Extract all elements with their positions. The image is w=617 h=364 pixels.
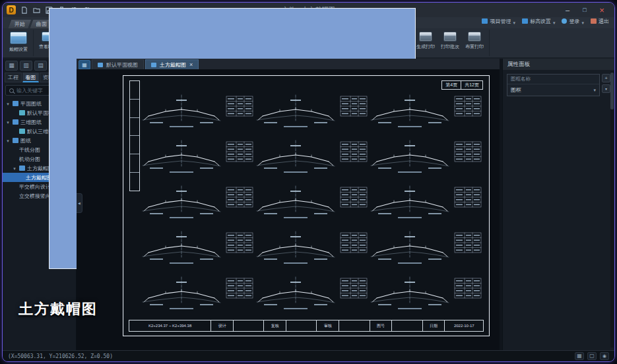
menu-right-item[interactable]: 项目管理 xyxy=(482,15,515,27)
document-tab[interactable]: 土方戴帽图 xyxy=(145,59,199,69)
ribbon-button[interactable]: 打印批次 xyxy=(440,32,460,50)
close-button[interactable] xyxy=(593,4,610,16)
status-target-icon[interactable] xyxy=(600,352,609,360)
sheet-edge-titleblock xyxy=(129,80,140,191)
ribbon-button[interactable]: 生成打印 xyxy=(416,32,436,50)
document-tab-bar: 默认平面视图土方戴帽图 xyxy=(77,59,500,70)
tree-caret-icon xyxy=(5,101,11,107)
printer-icon xyxy=(419,32,432,42)
ribbon-button-label: 布置打印 xyxy=(465,44,484,50)
file-icon xyxy=(151,63,156,67)
tree-item-label: 平面图纸 xyxy=(20,100,42,107)
ribbon-button-label: 生成打印 xyxy=(416,44,435,50)
ribbon-group: 戴帽设置 xyxy=(4,30,34,56)
app-logo-icon: D xyxy=(7,5,16,15)
exit-icon xyxy=(591,18,597,24)
menu-tab-label: 曲面 xyxy=(36,20,47,28)
tree-item-label: 平交横向设计 xyxy=(19,183,51,191)
sidebar-tab-工程[interactable]: 工程 xyxy=(5,73,22,82)
frame-select[interactable]: 图框 xyxy=(507,84,599,96)
frame-options-button[interactable] xyxy=(602,84,610,93)
menu-right-label: 登录 xyxy=(569,18,579,25)
sidebar-tab-看图[interactable]: 看图 xyxy=(22,73,40,82)
ribbon-button[interactable]: 戴帽设置 xyxy=(9,32,28,53)
folder-icon xyxy=(13,101,18,106)
drawing-canvas[interactable]: 第4页 共12页 xyxy=(77,70,500,350)
caption-overlay: 土方戴帽图 xyxy=(18,299,98,319)
printer-icon xyxy=(468,32,481,42)
tree-item[interactable]: 立交横接竖向图 xyxy=(3,191,76,200)
display-icon xyxy=(522,18,528,24)
folder-icon xyxy=(13,119,18,125)
status-grid-icon[interactable] xyxy=(575,352,584,360)
close-tab-icon[interactable] xyxy=(189,61,193,68)
menu-right-item[interactable]: 退出 xyxy=(591,18,609,25)
panel-rows-icon[interactable] xyxy=(34,61,47,71)
menu-tab-label: 开始 xyxy=(15,20,25,28)
titleblock-cell xyxy=(233,320,263,331)
minimize-button[interactable] xyxy=(559,4,576,16)
titleblock-cell: 图号 xyxy=(370,320,392,331)
new-file-icon[interactable] xyxy=(19,5,28,15)
status-bar: (X=50063.31, Y=210626.52, Z=0.50) xyxy=(3,350,614,361)
chevron-down-icon xyxy=(553,15,556,27)
tree-item-label: 土方戴帽图 xyxy=(26,174,52,181)
page-number-box: 第4页 共12页 xyxy=(441,80,483,90)
titleblock-cell: 复核 xyxy=(263,320,286,331)
ribbon-button-label: 戴帽设置 xyxy=(9,46,28,53)
folder-icon xyxy=(13,138,18,143)
maximize-button[interactable] xyxy=(576,4,593,16)
tree-item-label: 机动分图 xyxy=(19,156,40,163)
tree-caret-icon xyxy=(5,119,11,125)
frame-select-value: 图框 xyxy=(511,86,521,94)
panel-columns-icon[interactable] xyxy=(20,61,32,71)
user-icon xyxy=(562,18,567,24)
chevron-down-icon xyxy=(513,15,515,27)
tree-item-label: 干线分图 xyxy=(19,146,40,154)
sidebar-collapse-handle[interactable] xyxy=(77,193,82,213)
menu-right-item[interactable]: 标高设置 xyxy=(522,15,556,27)
titleblock-cell xyxy=(339,320,369,331)
titleblock-cell: 日期 xyxy=(422,320,445,331)
document-tab-label: 默认平面视图 xyxy=(106,61,138,69)
menu-tab[interactable]: 开始 xyxy=(7,19,32,28)
tree-caret-icon xyxy=(5,138,11,144)
project-icon xyxy=(482,18,488,24)
cross-sections-grid xyxy=(142,93,482,317)
properties-panel-header: 属性面板 xyxy=(503,59,614,70)
panel-grid-icon[interactable] xyxy=(5,61,18,71)
main-area: 默认平面视图土方戴帽图 第4页 共12页 xyxy=(77,59,500,350)
document-tab-label: 土方戴帽图 xyxy=(160,61,186,69)
titleblock-cell: 2022-10-17 xyxy=(444,320,483,331)
status-layout-icon[interactable] xyxy=(587,352,597,360)
file-icon xyxy=(98,63,103,67)
titleblock-cell: K2+234.37 ~ K2+394.38 xyxy=(129,320,211,331)
titleblock-cell xyxy=(286,320,316,331)
open-folder-icon[interactable] xyxy=(32,5,41,15)
drawing-sheet: 第4页 共12页 xyxy=(123,75,490,336)
ribbon-button-label: 打印批次 xyxy=(441,44,459,50)
menu-right-label: 标高设置 xyxy=(530,18,551,25)
chevron-down-icon xyxy=(581,15,584,27)
tree-item-label: 三维图纸 xyxy=(20,119,42,126)
document-tab[interactable]: 默认平面视图 xyxy=(92,59,144,69)
page-number: 第4页 xyxy=(442,81,461,89)
folder-icon xyxy=(19,166,25,171)
menu-right-item[interactable]: 登录 xyxy=(562,15,584,27)
titleblock-cell: 设计 xyxy=(211,320,233,331)
add-frame-button[interactable] xyxy=(602,74,610,82)
chevron-down-icon xyxy=(593,87,596,93)
menu-right-label: 项目管理 xyxy=(490,18,511,25)
frame-name-label: 图框名称 xyxy=(507,75,599,84)
tree-caret-icon xyxy=(12,166,17,171)
app-window: D 文件：土方戴帽图 开始曲面场地部件装配廊道设计地形横断面平面空间汇总测量报表… xyxy=(2,2,615,362)
doc-tab-home-icon[interactable] xyxy=(79,60,90,69)
sheet-title-block: K2+234.37 ~ K2+394.38设计复核审核图号日期2022-10-1… xyxy=(129,320,484,332)
ribbon-button[interactable]: 布置打印 xyxy=(465,32,484,50)
view-icon xyxy=(19,129,25,134)
titleblock-cell xyxy=(391,320,422,331)
properties-scrollbar[interactable] xyxy=(610,71,614,348)
tree-item-label: 图纸 xyxy=(20,137,31,144)
properties-panel: 属性面板 图框名称 图框 xyxy=(502,59,614,350)
cursor-coordinates: (X=50063.31, Y=210626.52, Z=0.50) xyxy=(8,353,113,359)
